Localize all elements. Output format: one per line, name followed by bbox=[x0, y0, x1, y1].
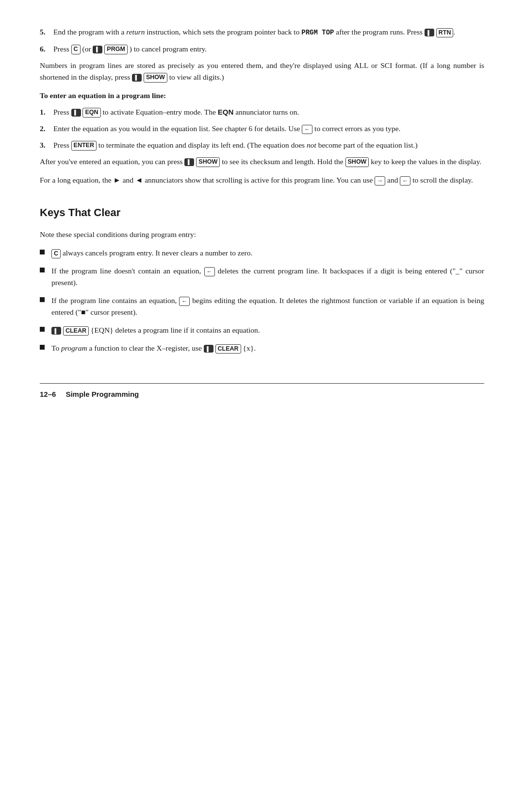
backspace-key-1: ← bbox=[302, 125, 312, 134]
footer: 12–6 Simple Programming bbox=[40, 383, 484, 400]
clear-key-2: CLEAR bbox=[215, 344, 241, 354]
shift-key-4-icon: ▌ bbox=[71, 109, 81, 117]
bullet-item-4: ▌ CLEAR {E​QN} deletes a program line if… bbox=[40, 324, 484, 336]
bullet-icon-2 bbox=[40, 268, 45, 272]
backspace-key-3: ← bbox=[179, 297, 190, 306]
backspace-key-2: ← bbox=[204, 267, 215, 276]
shift-key-5-icon: ▌ bbox=[184, 158, 194, 166]
step-text-2: Enter the equation as you would in the e… bbox=[53, 123, 484, 135]
step-2: 2. Enter the equation as you would in th… bbox=[40, 123, 484, 135]
paragraph-3: For a long equation, the ► and ◄ annunci… bbox=[40, 174, 484, 186]
step-1: 1. Press ▌ EQN to activate Equation–entr… bbox=[40, 106, 484, 118]
bullet-icon-3 bbox=[40, 297, 45, 302]
bullet-text-1: C always cancels program entry. It never… bbox=[51, 247, 484, 259]
step-number-2: 2. bbox=[40, 123, 49, 135]
shift-key-7-icon: ▌ bbox=[204, 345, 213, 353]
bullet-item-1: C always cancels program entry. It never… bbox=[40, 247, 484, 259]
item-text-6: Press C (or ▌ PRGM ) to cancel program e… bbox=[53, 43, 484, 55]
bullet-icon-1 bbox=[40, 250, 45, 254]
paragraph-2: After you've entered an equation, you ca… bbox=[40, 156, 484, 168]
bullet-item-3: If the program line contains an equation… bbox=[40, 295, 484, 318]
page-content: 5. End the program with a return instruc… bbox=[40, 26, 484, 400]
bullet-text-3: If the program line contains an equation… bbox=[51, 295, 484, 318]
paragraph-1: Numbers in program lines are stored as p… bbox=[40, 60, 484, 83]
prgm-top-label: PRGM TOP bbox=[301, 29, 334, 36]
step-3: 3. Press ENTER to terminate the equation… bbox=[40, 139, 484, 151]
step-text-1: Press ▌ EQN to activate Equation–entry m… bbox=[53, 106, 484, 118]
bullet-icon-5 bbox=[40, 345, 45, 350]
shift-key-2-icon: ▌ bbox=[93, 46, 102, 53]
prgm-key: PRGM bbox=[104, 45, 128, 54]
equation-subheading: To enter an equation in a program line: bbox=[40, 90, 484, 102]
item-number-5: 5. bbox=[40, 26, 49, 38]
scroll-right-key: → bbox=[375, 176, 385, 186]
show-key-3: SHOW bbox=[345, 157, 369, 167]
c-key-bullet: C bbox=[51, 249, 61, 259]
rtn-key: RTN bbox=[436, 28, 454, 38]
shift-key-6-icon: ▌ bbox=[51, 327, 61, 335]
step-number-1: 1. bbox=[40, 106, 49, 118]
step-text-3: Press ENTER to terminate the equation an… bbox=[53, 139, 484, 151]
eqn-annunciator: EQN bbox=[218, 108, 234, 116]
bullet-text-2: If the program line doesn't contain an e… bbox=[51, 265, 484, 288]
item-number-6: 6. bbox=[40, 43, 49, 55]
footer-page-number: 12–6 bbox=[40, 389, 56, 400]
bullet-item-5: To program a function to clear the X–reg… bbox=[40, 342, 484, 354]
bullet-list: C always cancels program entry. It never… bbox=[40, 247, 484, 354]
eqn-key-1: EQN bbox=[82, 108, 100, 118]
section-intro: Note these special conditions during pro… bbox=[40, 229, 484, 240]
list-item-5: 5. End the program with a return instruc… bbox=[40, 26, 484, 38]
show-key-1: SHOW bbox=[144, 73, 167, 83]
shift-key-3-icon: ▌ bbox=[132, 74, 142, 82]
step-number-3: 3. bbox=[40, 139, 49, 151]
c-key: C bbox=[71, 45, 81, 54]
keys-that-clear-heading: Keys That Clear bbox=[40, 204, 484, 221]
item-text-5: End the program with a return instructio… bbox=[53, 26, 484, 38]
bullet-text-5: To program a function to clear the X–reg… bbox=[51, 342, 484, 354]
scroll-left-key: ← bbox=[400, 176, 410, 186]
enter-key: ENTER bbox=[71, 141, 97, 151]
footer-title: Simple Programming bbox=[66, 389, 139, 400]
bullet-item-2: If the program line doesn't contain an e… bbox=[40, 265, 484, 288]
clear-key-1: CLEAR bbox=[63, 326, 89, 336]
list-item-6: 6. Press C (or ▌ PRGM ) to cancel progra… bbox=[40, 43, 484, 55]
shift-key-icon: ▌ bbox=[425, 29, 434, 36]
show-key-2: SHOW bbox=[196, 157, 220, 167]
bullet-text-4: ▌ CLEAR {E​QN} deletes a program line if… bbox=[51, 324, 484, 336]
bullet-icon-4 bbox=[40, 327, 45, 332]
